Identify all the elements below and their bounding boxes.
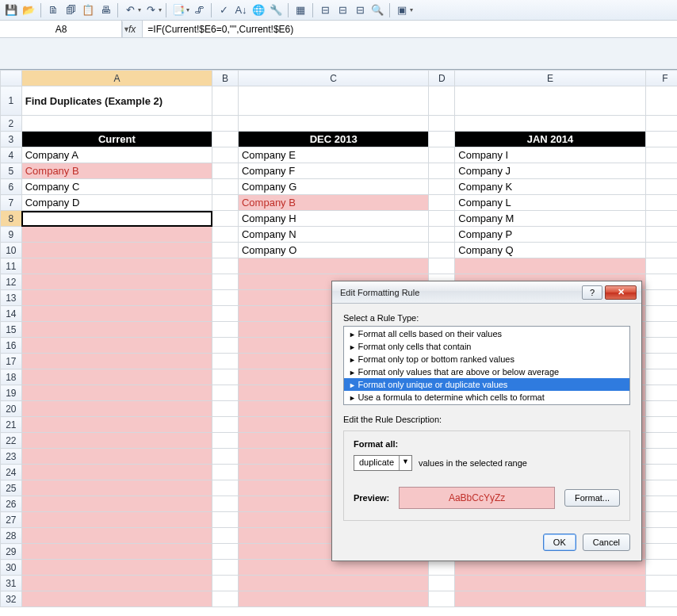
clipboard-icon[interactable]: 📑: [170, 2, 186, 18]
cell[interactable]: [645, 354, 677, 369]
row-header[interactable]: 3: [1, 132, 22, 147]
cell[interactable]: [429, 147, 455, 163]
cell[interactable]: [645, 528, 677, 544]
cell[interactable]: [21, 528, 212, 544]
ok-button[interactable]: OK: [543, 534, 576, 551]
row-header[interactable]: 31: [1, 576, 22, 591]
cell[interactable]: Company K: [455, 179, 645, 195]
cell[interactable]: [212, 86, 239, 116]
cell[interactable]: [645, 116, 677, 132]
cell[interactable]: [21, 243, 212, 258]
cell[interactable]: [212, 385, 239, 401]
cell[interactable]: [238, 86, 428, 116]
cell[interactable]: [21, 449, 212, 465]
cell[interactable]: Company I: [455, 147, 645, 163]
cell[interactable]: [212, 274, 239, 290]
column-header[interactable]: B: [212, 71, 239, 86]
row-header[interactable]: 12: [1, 274, 22, 290]
cell[interactable]: [645, 179, 677, 195]
cell[interactable]: Company A: [21, 147, 212, 163]
cell[interactable]: [212, 147, 239, 163]
cell[interactable]: Company F: [238, 163, 428, 179]
cell[interactable]: Company N: [238, 227, 428, 243]
cell[interactable]: [645, 433, 677, 449]
help-button[interactable]: ?: [582, 285, 602, 300]
cell[interactable]: [645, 258, 677, 274]
row-header[interactable]: 27: [1, 512, 22, 528]
cell[interactable]: JAN 2014: [455, 132, 645, 147]
cell[interactable]: [212, 591, 239, 607]
cell[interactable]: [212, 306, 239, 322]
cell[interactable]: [212, 179, 239, 195]
open-icon[interactable]: 📂: [21, 2, 36, 18]
cell[interactable]: [429, 576, 455, 591]
row-header[interactable]: 16: [1, 338, 22, 354]
rule-type-item[interactable]: Format only values that are above or bel…: [344, 365, 629, 378]
rule-type-list[interactable]: Format all cells based on their valuesFo…: [343, 326, 630, 405]
rule-type-item[interactable]: Format all cells based on their values: [344, 327, 629, 340]
cell[interactable]: [21, 512, 212, 528]
cell[interactable]: [21, 560, 212, 576]
rule-type-item[interactable]: Format only cells that contain: [344, 340, 629, 353]
cell[interactable]: [455, 116, 645, 132]
cell[interactable]: Company G: [238, 179, 428, 195]
row-header[interactable]: 4: [1, 147, 22, 163]
cell[interactable]: [645, 290, 677, 306]
cell[interactable]: Company M: [455, 211, 645, 227]
cell[interactable]: [21, 322, 212, 338]
row-header[interactable]: 14: [1, 306, 22, 322]
row-header[interactable]: 25: [1, 480, 22, 496]
cancel-button[interactable]: Cancel: [583, 534, 630, 551]
cell[interactable]: [429, 163, 455, 179]
format-button[interactable]: Format...: [564, 489, 620, 507]
cell[interactable]: [21, 116, 212, 132]
cell[interactable]: [429, 211, 455, 227]
select-all-corner[interactable]: [1, 71, 22, 86]
cell[interactable]: [212, 512, 239, 528]
cell[interactable]: [212, 544, 239, 560]
cell[interactable]: [645, 417, 677, 433]
cell[interactable]: [645, 195, 677, 211]
cell[interactable]: [645, 496, 677, 512]
cell[interactable]: [238, 560, 428, 576]
cell[interactable]: [212, 290, 239, 306]
row-header[interactable]: 23: [1, 449, 22, 465]
cell[interactable]: [21, 338, 212, 354]
web-icon[interactable]: 🌐: [251, 2, 266, 18]
column-header[interactable]: C: [238, 71, 428, 86]
cell[interactable]: [645, 227, 677, 243]
row-header[interactable]: 19: [1, 385, 22, 401]
cell[interactable]: [21, 401, 212, 417]
cell[interactable]: [645, 401, 677, 417]
cell[interactable]: Company J: [455, 163, 645, 179]
cell[interactable]: [429, 560, 455, 576]
cell[interactable]: [212, 132, 239, 147]
formula-input[interactable]: [143, 21, 677, 37]
paste-icon[interactable]: 📋: [80, 2, 96, 18]
name-box-input[interactable]: [0, 23, 122, 36]
cell[interactable]: [645, 338, 677, 354]
cell[interactable]: [645, 591, 677, 607]
row-header[interactable]: 29: [1, 544, 22, 560]
row-header[interactable]: 18: [1, 369, 22, 385]
cell[interactable]: [212, 227, 239, 243]
cell[interactable]: [455, 258, 645, 274]
cell[interactable]: [645, 147, 677, 163]
cell[interactable]: [645, 480, 677, 496]
rule-type-item[interactable]: Format only top or bottom ranked values: [344, 353, 629, 365]
cell[interactable]: Company B: [238, 195, 428, 211]
cell[interactable]: [645, 306, 677, 322]
table-icon[interactable]: ▦: [293, 2, 308, 18]
row-header[interactable]: 1: [1, 86, 22, 116]
cell[interactable]: [645, 369, 677, 385]
row-header[interactable]: 10: [1, 243, 22, 258]
row-header[interactable]: 7: [1, 195, 22, 211]
undo-dropdown-icon[interactable]: ▾: [138, 6, 141, 13]
cell[interactable]: [645, 465, 677, 480]
cell[interactable]: [21, 433, 212, 449]
cell[interactable]: [645, 132, 677, 147]
cell[interactable]: [238, 116, 428, 132]
cell[interactable]: [21, 496, 212, 512]
cell[interactable]: [212, 417, 239, 433]
attach-icon[interactable]: 🖇: [191, 2, 207, 18]
